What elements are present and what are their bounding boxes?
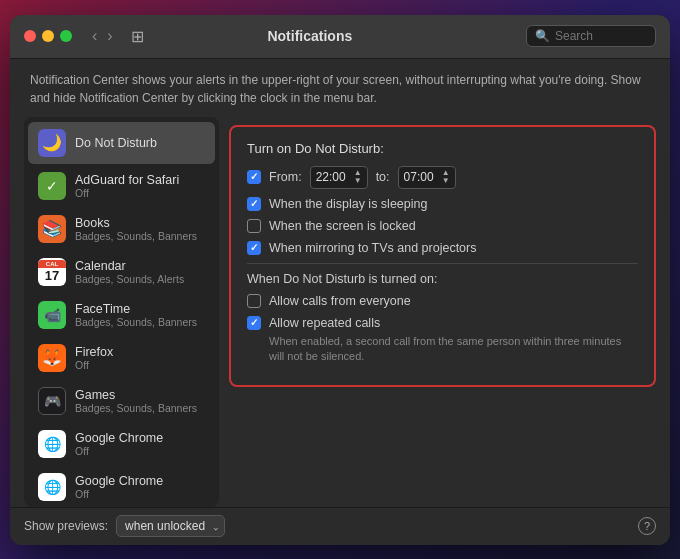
firefox-sub: Off (75, 359, 205, 371)
preview-select[interactable]: always when unlocked never (116, 515, 225, 537)
games-icon: 🎮 (38, 387, 66, 415)
maximize-button[interactable] (60, 30, 72, 42)
screen-locked-checkbox[interactable] (247, 219, 261, 233)
adguard-sub: Off (75, 187, 205, 199)
description-text: Notification Center shows your alerts in… (10, 59, 670, 117)
calendar-icon: CAL17 (38, 258, 66, 286)
minimize-button[interactable] (42, 30, 54, 42)
do-not-disturb-name: Do Not Disturb (75, 136, 205, 150)
dnd-panel: Turn on Do Not Disturb: From: 22:00 ▲ ▼ … (229, 125, 656, 387)
mirroring-label: When mirroring to TVs and projectors (269, 241, 477, 255)
calendar-name: Calendar (75, 259, 205, 273)
books-sub: Badges, Sounds, Banners (75, 230, 205, 242)
from-time-input[interactable]: 22:00 ▲ ▼ (310, 166, 368, 190)
to-time-down[interactable]: ▼ (442, 177, 450, 186)
back-button[interactable]: ‹ (88, 26, 101, 46)
facetime-icon: 📹 (38, 301, 66, 329)
window-title: Notifications (102, 28, 518, 44)
allow-repeated-checkbox[interactable] (247, 316, 261, 330)
books-name: Books (75, 216, 205, 230)
preview-select-wrapper: always when unlocked never (116, 515, 225, 537)
allow-all-calls-label: Allow calls from everyone (269, 294, 411, 308)
sidebar-item-facetime[interactable]: 📹FaceTimeBadges, Sounds, Banners (28, 294, 215, 336)
display-sleeping-row: When the display is sleeping (247, 197, 638, 211)
time-row: From: 22:00 ▲ ▼ to: 07:00 ▲ ▼ (247, 166, 638, 190)
preview-row: Show previews: always when unlocked neve… (24, 515, 225, 537)
time-enabled-checkbox[interactable] (247, 170, 261, 184)
screen-locked-row: When the screen is locked (247, 219, 638, 233)
from-label: From: (269, 170, 302, 184)
display-sleeping-checkbox[interactable] (247, 197, 261, 211)
sidebar-item-calendar[interactable]: CAL17CalendarBadges, Sounds, Alerts (28, 251, 215, 293)
firefox-name: Firefox (75, 345, 205, 359)
allow-repeated-row: Allow repeated calls (247, 316, 638, 330)
bottom-bar: Show previews: always when unlocked neve… (10, 507, 670, 545)
mirroring-row: When mirroring to TVs and projectors (247, 241, 638, 255)
when-dnd-title: When Do Not Disturb is turned on: (247, 272, 638, 286)
adguard-icon: ✓ (38, 172, 66, 200)
traffic-lights (24, 30, 72, 42)
google-chrome-1-icon: 🌐 (38, 430, 66, 458)
from-time-stepper: ▲ ▼ (354, 169, 362, 187)
firefox-icon: 🦊 (38, 344, 66, 372)
facetime-name: FaceTime (75, 302, 205, 316)
screen-locked-label: When the screen is locked (269, 219, 416, 233)
search-input[interactable] (555, 29, 645, 43)
books-icon: 📚 (38, 215, 66, 243)
mirroring-checkbox[interactable] (247, 241, 261, 255)
allow-all-calls-row: Allow calls from everyone (247, 294, 638, 308)
google-chrome-2-name: Google Chrome (75, 474, 205, 488)
games-name: Games (75, 388, 205, 402)
google-chrome-1-sub: Off (75, 445, 205, 457)
right-panel: Turn on Do Not Disturb: From: 22:00 ▲ ▼ … (229, 117, 656, 507)
to-label: to: (376, 170, 390, 184)
search-icon: 🔍 (535, 29, 550, 43)
do-not-disturb-icon: 🌙 (38, 129, 66, 157)
adguard-name: AdGuard for Safari (75, 173, 205, 187)
google-chrome-2-sub: Off (75, 488, 205, 500)
sidebar: 🌙Do Not Disturb✓AdGuard for SafariOff📚Bo… (24, 117, 219, 507)
sidebar-item-games[interactable]: 🎮GamesBadges, Sounds, Banners (28, 380, 215, 422)
games-sub: Badges, Sounds, Banners (75, 402, 205, 414)
allow-repeated-label: Allow repeated calls (269, 316, 380, 330)
titlebar: ‹ › ⊞ Notifications 🔍 (10, 15, 670, 59)
calendar-sub: Badges, Sounds, Alerts (75, 273, 205, 285)
allow-all-calls-checkbox[interactable] (247, 294, 261, 308)
google-chrome-2-icon: 🌐 (38, 473, 66, 501)
help-button[interactable]: ? (638, 517, 656, 535)
to-time-input[interactable]: 07:00 ▲ ▼ (398, 166, 456, 190)
main-content: 🌙Do Not Disturb✓AdGuard for SafariOff📚Bo… (10, 117, 670, 507)
search-box: 🔍 (526, 25, 656, 47)
facetime-sub: Badges, Sounds, Banners (75, 316, 205, 328)
repeated-calls-note: When enabled, a second call from the sam… (269, 334, 638, 365)
display-sleeping-label: When the display is sleeping (269, 197, 427, 211)
to-time-stepper: ▲ ▼ (442, 169, 450, 187)
sidebar-item-adguard[interactable]: ✓AdGuard for SafariOff (28, 165, 215, 207)
preferences-window: ‹ › ⊞ Notifications 🔍 Notification Cente… (10, 15, 670, 545)
google-chrome-1-name: Google Chrome (75, 431, 205, 445)
dnd-section-title: Turn on Do Not Disturb: (247, 141, 638, 156)
divider (247, 263, 638, 264)
sidebar-item-firefox[interactable]: 🦊FirefoxOff (28, 337, 215, 379)
sidebar-item-google-chrome-2[interactable]: 🌐Google ChromeOff (28, 466, 215, 507)
sidebar-item-do-not-disturb[interactable]: 🌙Do Not Disturb (28, 122, 215, 164)
close-button[interactable] (24, 30, 36, 42)
sidebar-item-google-chrome-1[interactable]: 🌐Google ChromeOff (28, 423, 215, 465)
from-time-down[interactable]: ▼ (354, 177, 362, 186)
sidebar-item-books[interactable]: 📚BooksBadges, Sounds, Banners (28, 208, 215, 250)
preview-label: Show previews: (24, 519, 108, 533)
